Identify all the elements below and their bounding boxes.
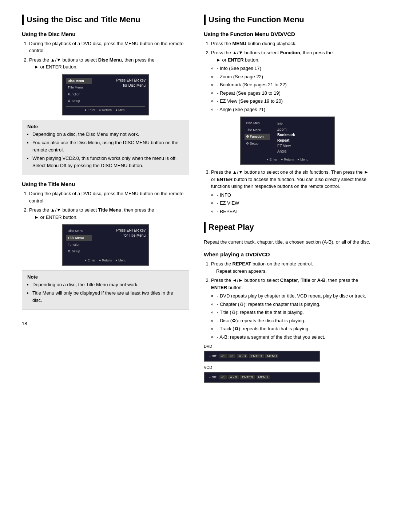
title-screen-bar: ● Enter ● Return ● Menu xyxy=(66,257,145,262)
disc-menu-item-title: Title Menu xyxy=(66,84,92,91)
function-sub-ezview: - EZ View (See pages 19 to 20) xyxy=(217,98,371,105)
function-step3-list: Press the ▲/▼ buttons to select one of t… xyxy=(211,169,371,215)
fn-zoom: Zoom xyxy=(277,127,296,132)
fn-setup-item: ⚙ Setup xyxy=(245,141,270,147)
function-sub-bookmark: - Bookmark (See pages 21 to 22) xyxy=(217,81,371,88)
title-menu-title: Using the Title Menu xyxy=(22,181,189,187)
function-step3: Press the ▲/▼ buttons to select one of t… xyxy=(211,169,371,215)
dvd-label: DVD xyxy=(204,344,371,348)
repeat-step1: Press the REPEAT button on the remote co… xyxy=(211,260,371,275)
function-step3-sublist: - INFO - EZ VIEW - REPEAT xyxy=(217,192,371,215)
repeat-chapter: - Chapter (♻): repeats the chapter that … xyxy=(217,301,371,308)
title-menu-item-setup: ⚙ Setup xyxy=(66,248,92,255)
disc-screen-label: Press ENTER keyfor Disc Menu xyxy=(116,78,146,88)
repeat-title: - Title (♻): repeats the title that is p… xyxy=(217,309,371,316)
fn-bookmark: Bookmark xyxy=(277,133,296,137)
function-left-menu: Disc Menu Title Menu ⚙ Function ⚙ Setup xyxy=(245,120,270,146)
page-number: 18 xyxy=(22,321,189,326)
note1-title: Note xyxy=(27,124,184,129)
note2-list: Depending on a disc, the Title Menu may … xyxy=(32,281,184,304)
note1-list: Depending on a disc, the Disc Menu may n… xyxy=(32,131,184,169)
function-sub-info: - Info (See pages 17) xyxy=(217,65,371,72)
repeat-note-dvd: - DVD repeats play by chapter or title, … xyxy=(217,292,371,300)
fn-ezview: EZ View xyxy=(277,143,296,148)
disc-menu-screen: Disc Menu Title Menu Function ⚙ Setup Pr… xyxy=(62,74,149,115)
note1-item3: When playing VCD2.0, this function works… xyxy=(32,155,184,169)
note2-item2: Title Menu will only be displayed if the… xyxy=(32,289,184,304)
fn-angle: Angle xyxy=(277,149,296,154)
title-menu-screen-wrapper: Disc Menu Title Menu Function ⚙ Setup Pr… xyxy=(22,224,189,265)
title-screen-label: Press ENTER keyfor Title Menu xyxy=(116,228,146,238)
dvd-repeat-screen: ·· Off ○1 ○1 A · B ENTER MENU xyxy=(204,351,320,362)
fn-repeat: Repeat xyxy=(277,138,296,143)
repeat-track: - Track (♻): repeats the track that is p… xyxy=(217,325,371,332)
dvd-repeat-bar: ·· Off ○1 ○1 A · B ENTER MENU xyxy=(207,353,317,359)
function-screen-bar: ● Enter ● Return ● Menu xyxy=(245,156,330,161)
title-menu-step2: Press the ▲/▼ buttons to select Title Me… xyxy=(29,206,189,221)
disc-menu-step1: During the playback of a DVD disc, press… xyxy=(29,40,189,54)
fn-function-item: ⚙ Function xyxy=(245,134,270,140)
disc-menu-screen-wrapper: Disc Menu Title Menu Function ⚙ Setup Pr… xyxy=(22,74,189,115)
disc-screen-row: Disc Menu Title Menu Function ⚙ Setup Pr… xyxy=(66,78,145,104)
title-menu-step1: During the playback of a DVD disc, press… xyxy=(29,190,189,204)
repeat-step2-list: - DVD repeats play by chapter or title, … xyxy=(217,292,371,340)
fn-title-menu-item: Title Menu xyxy=(245,127,270,133)
disc-screen-bar: ● Enter ● Return ● Menu xyxy=(66,106,145,112)
title-menu-steps: During the playback of a DVD disc, press… xyxy=(29,190,189,221)
repeat-play-steps: Press the REPEAT button on the remote co… xyxy=(211,260,371,340)
function-screen-row: Disc Menu Title Menu ⚙ Function ⚙ Setup … xyxy=(245,120,330,154)
title-screen-row: Disc Menu Title Menu Function ⚙ Setup Pr… xyxy=(66,228,145,254)
right-main-title: Using the Function Menu xyxy=(204,15,371,25)
vcd-repeat-bar: ·· Off ○1 A · B ENTER MENU xyxy=(207,374,317,381)
fn-info: Info xyxy=(277,122,296,126)
fn-disc-menu-item: Disc Menu xyxy=(245,120,270,126)
vcd-label: VCD xyxy=(204,365,371,370)
function-step1: Press the MENU button during playback. xyxy=(211,40,371,47)
function-menu-title: Using the Function Menu DVD/VCD xyxy=(204,31,371,37)
function-step2: Press the ▲/▼ buttons to select Function… xyxy=(211,49,371,113)
function-sub-zoom: - Zoom (See page 22) xyxy=(217,73,371,80)
repeat-play-title: Repeat Play xyxy=(204,222,371,233)
step3-ezview: - EZ VIEW xyxy=(217,200,371,207)
function-screen: Disc Menu Title Menu ⚙ Function ⚙ Setup … xyxy=(240,117,335,165)
function-right-menu: Info Zoom Bookmark Repeat EZ View Angle xyxy=(277,122,296,154)
repeat-play-intro: Repeat the current track, chapter, title… xyxy=(204,239,371,246)
repeat-step2: Press the ◄/► buttons to select Chapter,… xyxy=(211,277,371,340)
repeat-ab: - A-B: repeats a segment of the disc tha… xyxy=(217,334,371,341)
function-sub-repeat: - Repeat (See pages 18 to 19) xyxy=(217,90,371,97)
note1-item2: You can also use the Disc Menu, using th… xyxy=(32,139,184,153)
left-column: Using the Disc and Title Menu Using the … xyxy=(22,15,189,386)
function-sublist: - Info (See pages 17) - Zoom (See page 2… xyxy=(217,65,371,113)
vcd-repeat-section: VCD ·· Off ○1 A · B ENTER MENU xyxy=(204,365,371,383)
title-menu-item-function: Function xyxy=(66,242,92,248)
function-screen-wrapper: Disc Menu Title Menu ⚙ Function ⚙ Setup … xyxy=(204,117,371,165)
note1-item1: Depending on a disc, the Disc Menu may n… xyxy=(32,131,184,138)
step3-repeat: - REPEAT xyxy=(217,208,371,215)
vcd-repeat-screen: ·· Off ○1 A · B ENTER MENU xyxy=(204,372,320,383)
title-menu-item-title: Title Menu xyxy=(66,235,92,241)
title-left-menu: Disc Menu Title Menu Function ⚙ Setup xyxy=(66,228,92,254)
step3-info: - INFO xyxy=(217,192,371,199)
disc-menu-title: Using the Disc Menu xyxy=(22,31,189,37)
right-column: Using the Function Menu Using the Functi… xyxy=(204,15,371,386)
disc-menu-item-disc: Disc Menu xyxy=(66,78,92,84)
title-menu-item-disc: Disc Menu xyxy=(66,228,92,234)
disc-menu-step2: Press the ▲/▼ buttons to select Disc Men… xyxy=(29,56,189,71)
disc-menu-item-setup: ⚙ Setup xyxy=(66,98,92,104)
disc-menu-item-function: Function xyxy=(66,91,92,98)
dvd-vcd-title: When playing a DVD/VCD xyxy=(204,251,371,257)
function-sub-angle: - Angle (See pages 21) xyxy=(217,106,371,113)
function-menu-steps: Press the MENU button during playback. P… xyxy=(211,40,371,113)
title-menu-note: Note Depending on a disc, the Title Menu… xyxy=(22,270,189,310)
title-menu-screen: Disc Menu Title Menu Function ⚙ Setup Pr… xyxy=(62,224,149,265)
dvd-repeat-section: DVD ·· Off ○1 ○1 A · B ENTER MENU xyxy=(204,344,371,362)
note2-title: Note xyxy=(27,274,184,280)
disc-menu-note: Note Depending on a disc, the Disc Menu … xyxy=(22,120,189,176)
disc-left-menu: Disc Menu Title Menu Function ⚙ Setup xyxy=(66,78,92,104)
note2-item1: Depending on a disc, the Title Menu may … xyxy=(32,281,184,288)
disc-menu-steps: During the playback of a DVD disc, press… xyxy=(29,40,189,71)
left-main-title: Using the Disc and Title Menu xyxy=(22,15,189,25)
repeat-disc: - Disc (♻): repeats the disc that is pla… xyxy=(217,317,371,324)
